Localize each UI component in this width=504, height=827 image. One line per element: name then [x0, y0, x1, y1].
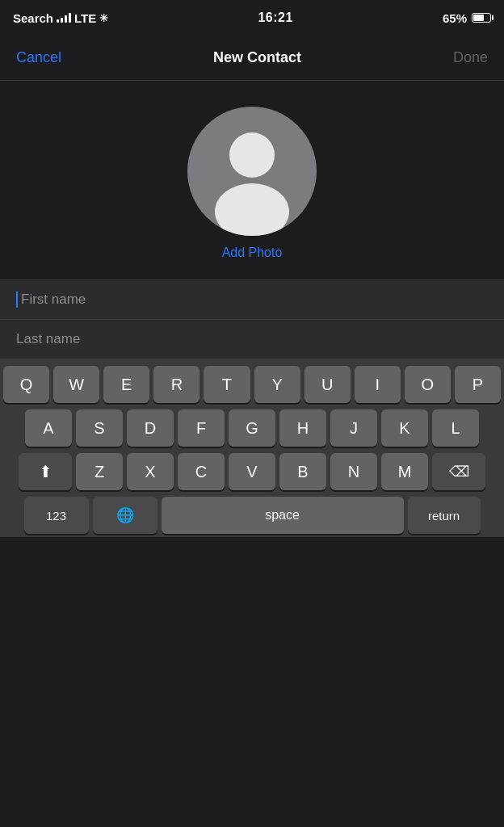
avatar[interactable] — [187, 107, 317, 236]
key-t[interactable]: T — [204, 366, 250, 403]
photo-section: Add Photo — [0, 81, 504, 279]
signal-bar-3 — [65, 15, 67, 23]
first-name-placeholder: First name — [21, 292, 86, 308]
numbers-key[interactable]: 123 — [24, 497, 89, 534]
key-y[interactable]: Y — [254, 366, 300, 403]
key-v[interactable]: V — [229, 453, 275, 490]
key-x[interactable]: X — [127, 453, 174, 490]
key-c[interactable]: C — [178, 453, 225, 490]
key-e[interactable]: E — [103, 366, 149, 403]
key-z[interactable]: Z — [76, 453, 123, 490]
key-h[interactable]: H — [279, 409, 326, 447]
battery-icon — [472, 13, 491, 23]
form-section: First name Last name — [0, 279, 504, 359]
navigation-bar: Cancel New Contact Done — [0, 36, 504, 81]
network-type-label: LTE — [74, 11, 96, 25]
signal-bar-4 — [69, 13, 71, 23]
delete-icon: ⌫ — [449, 463, 469, 481]
keyboard-row-3: ⬆ Z X C V B N M ⌫ — [3, 453, 501, 490]
key-r[interactable]: R — [153, 366, 200, 403]
status-bar: Search LTE ✳ 16:21 65% — [0, 0, 504, 36]
status-time: 16:21 — [258, 10, 292, 25]
signal-bar-1 — [57, 19, 59, 23]
text-cursor — [16, 292, 18, 308]
activity-icon: ✳ — [99, 12, 108, 24]
key-g[interactable]: G — [229, 409, 275, 447]
battery-fill — [473, 15, 484, 21]
key-a[interactable]: A — [25, 409, 72, 447]
avatar-icon — [187, 107, 317, 236]
key-s[interactable]: S — [76, 409, 123, 447]
add-photo-button[interactable]: Add Photo — [222, 246, 283, 260]
return-key[interactable]: return — [408, 497, 481, 534]
keyboard-row-2: A S D F G H J K L — [3, 409, 501, 447]
signal-bar-2 — [61, 18, 63, 23]
key-l[interactable]: L — [432, 409, 479, 447]
shift-key[interactable]: ⬆ — [19, 453, 72, 490]
key-u[interactable]: U — [304, 366, 351, 403]
key-m[interactable]: M — [381, 453, 428, 490]
key-b[interactable]: B — [279, 453, 326, 490]
key-w[interactable]: W — [53, 366, 99, 403]
key-o[interactable]: O — [405, 366, 451, 403]
svg-point-1 — [229, 132, 275, 178]
space-key[interactable]: space — [162, 497, 404, 534]
keyboard: Q W E R T Y U I O P A S D F G H J K L ⬆ … — [0, 359, 504, 537]
emoji-key[interactable]: 🌐 — [93, 497, 158, 534]
key-n[interactable]: N — [330, 453, 377, 490]
status-left: Search LTE ✳ — [13, 11, 108, 25]
done-button[interactable]: Done — [453, 49, 488, 66]
key-q[interactable]: Q — [3, 366, 49, 403]
key-k[interactable]: K — [381, 409, 428, 447]
carrier-label: Search — [13, 11, 53, 25]
key-j[interactable]: J — [330, 409, 377, 447]
keyboard-row-4: 123 🌐 space return — [3, 497, 501, 534]
key-p[interactable]: P — [455, 366, 501, 403]
first-name-field[interactable]: First name — [0, 280, 504, 320]
last-name-placeholder: Last name — [16, 331, 80, 347]
status-right: 65% — [443, 11, 491, 25]
key-i[interactable]: I — [355, 366, 401, 403]
delete-key[interactable]: ⌫ — [432, 453, 485, 490]
battery-percent-label: 65% — [443, 11, 467, 25]
last-name-field[interactable]: Last name — [0, 320, 504, 359]
battery-body — [472, 13, 491, 23]
shift-icon: ⬆ — [39, 462, 52, 481]
cancel-button[interactable]: Cancel — [16, 49, 61, 66]
key-d[interactable]: D — [127, 409, 174, 447]
signal-bars-icon — [57, 13, 71, 23]
page-title: New Contact — [213, 49, 301, 66]
keyboard-row-1: Q W E R T Y U I O P — [3, 366, 501, 403]
key-f[interactable]: F — [178, 409, 225, 447]
